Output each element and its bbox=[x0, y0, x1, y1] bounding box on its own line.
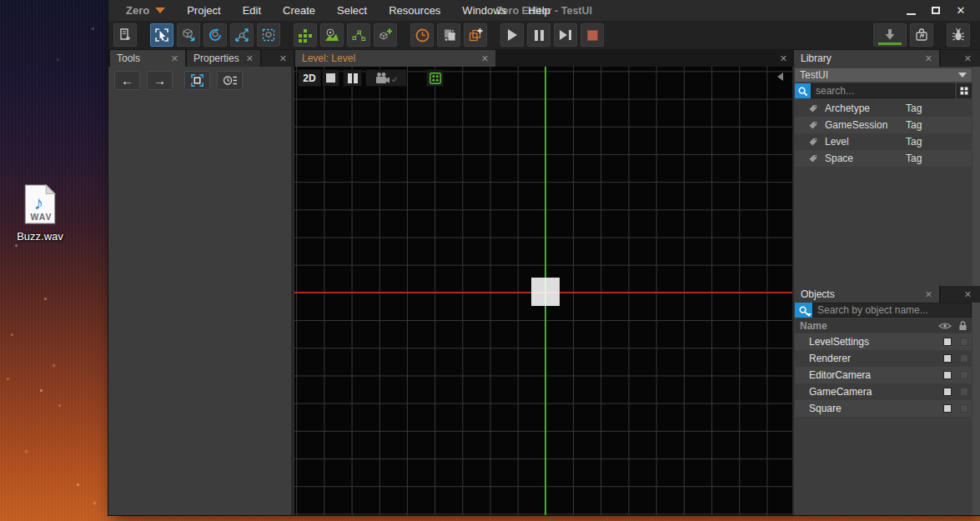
objects-name-header[interactable]: Name bbox=[795, 318, 972, 333]
library-project-select[interactable]: TestUI bbox=[795, 68, 972, 82]
background-color-button[interactable] bbox=[322, 69, 339, 87]
rotate-tool-button[interactable] bbox=[204, 23, 227, 47]
commands-button[interactable] bbox=[113, 23, 137, 47]
library-view-mode-button[interactable] bbox=[957, 83, 972, 98]
menu-windows[interactable]: Windows bbox=[451, 4, 517, 17]
view-mode-2d-button[interactable]: 2D bbox=[298, 69, 321, 87]
tab-level[interactable]: Level: Level ✕ bbox=[295, 50, 495, 67]
lock-checkbox[interactable] bbox=[960, 388, 968, 396]
tab-empty-close-icon[interactable]: ✕ bbox=[279, 53, 287, 64]
play-button[interactable] bbox=[500, 23, 524, 47]
camera-options-button[interactable] bbox=[365, 69, 407, 87]
tab-tools-close-icon[interactable]: ✕ bbox=[171, 53, 178, 64]
add-window-icon bbox=[468, 28, 483, 43]
tile-editor-button[interactable] bbox=[294, 23, 317, 47]
heightmap-button[interactable] bbox=[320, 23, 344, 47]
stop-button[interactable] bbox=[580, 23, 604, 47]
recent-history-button[interactable] bbox=[217, 71, 243, 90]
visibility-checkbox[interactable] bbox=[943, 388, 952, 396]
object-row-renderer[interactable]: Renderer bbox=[795, 350, 972, 367]
objects-tab-spare[interactable]: ✕ bbox=[941, 286, 980, 303]
object-row-square[interactable]: Square bbox=[795, 400, 972, 417]
spline-icon bbox=[351, 28, 366, 43]
tag-icon bbox=[808, 153, 818, 163]
library-row-space[interactable]: Space Tag bbox=[795, 150, 972, 167]
focus-selection-button[interactable] bbox=[184, 71, 210, 90]
tab-area-close-icon[interactable]: ✕ bbox=[780, 50, 787, 67]
lock-checkbox[interactable] bbox=[960, 338, 968, 346]
tab-tools[interactable]: Tools ✕ bbox=[110, 50, 185, 67]
grid-snap-button[interactable] bbox=[426, 69, 444, 87]
tab-level-close-icon[interactable]: ✕ bbox=[481, 53, 489, 64]
market-button[interactable] bbox=[910, 23, 933, 47]
download-updates-button[interactable] bbox=[873, 23, 907, 47]
tab-properties-close-icon[interactable]: ✕ bbox=[246, 53, 254, 64]
minimize-button[interactable] bbox=[902, 3, 920, 19]
step-button[interactable] bbox=[554, 23, 577, 47]
menu-edit[interactable]: Edit bbox=[232, 4, 272, 17]
scale-tool-button[interactable] bbox=[230, 23, 254, 47]
report-bug-button[interactable] bbox=[947, 23, 970, 47]
broadcast-button[interactable] bbox=[437, 23, 460, 47]
tab-empty[interactable]: ✕ bbox=[262, 50, 294, 67]
split-view-button[interactable] bbox=[343, 69, 362, 87]
tab-objects[interactable]: Objects ✕ bbox=[794, 286, 939, 303]
menu-select[interactable]: Select bbox=[326, 4, 378, 17]
library-search-button[interactable] bbox=[795, 83, 811, 98]
tools-panel: ← → bbox=[108, 67, 293, 515]
object-row-gamecamera[interactable]: GameCamera bbox=[795, 383, 972, 400]
transform-tool-button[interactable] bbox=[257, 23, 280, 47]
visibility-checkbox[interactable] bbox=[943, 354, 952, 363]
object-row-editorcamera[interactable]: EditorCamera bbox=[795, 367, 972, 383]
back-button[interactable]: ← bbox=[114, 71, 140, 90]
tab-library[interactable]: Library ✕ bbox=[794, 50, 939, 67]
viewport-collapse-icon[interactable] bbox=[777, 73, 783, 81]
library-search-input[interactable] bbox=[811, 83, 955, 98]
translate-tool-button[interactable] bbox=[177, 23, 200, 47]
menu-project[interactable]: Project bbox=[176, 4, 231, 17]
pause-button[interactable] bbox=[527, 23, 550, 47]
market-bag-icon bbox=[914, 28, 929, 43]
tab-objects-close-icon[interactable]: ✕ bbox=[925, 289, 932, 300]
lock-checkbox[interactable] bbox=[960, 404, 968, 413]
lock-icon bbox=[958, 320, 967, 332]
visibility-checkbox[interactable] bbox=[943, 404, 952, 413]
chevron-down-icon bbox=[807, 313, 812, 317]
forward-button[interactable]: → bbox=[147, 71, 173, 90]
translate-icon bbox=[181, 28, 196, 43]
desktop-file-buzz-wav[interactable]: ♪ WAV Buzz.wav bbox=[13, 183, 67, 243]
spline-tool-button[interactable] bbox=[347, 23, 370, 47]
menu-zero[interactable]: Zero bbox=[115, 4, 176, 17]
tools-panel-toolbar: ← → bbox=[108, 67, 291, 90]
lock-checkbox[interactable] bbox=[960, 354, 968, 363]
maximize-button[interactable] bbox=[927, 3, 945, 19]
library-spare-close-icon[interactable]: ✕ bbox=[964, 53, 972, 64]
objects-spare-close-icon[interactable]: ✕ bbox=[964, 289, 972, 300]
add-object-button[interactable] bbox=[374, 23, 397, 47]
add-window-button[interactable] bbox=[464, 23, 487, 47]
download-arrow-icon bbox=[882, 28, 897, 42]
select-cursor-icon bbox=[154, 28, 169, 43]
tab-properties[interactable]: Properties ✕ bbox=[187, 50, 260, 67]
menu-help[interactable]: Help bbox=[517, 4, 561, 17]
level-viewport[interactable]: 2D bbox=[294, 67, 792, 515]
tab-library-close-icon[interactable]: ✕ bbox=[925, 53, 932, 64]
menu-resources[interactable]: Resources bbox=[378, 4, 451, 17]
library-row-level[interactable]: Level Tag bbox=[795, 133, 972, 150]
visibility-checkbox[interactable] bbox=[943, 338, 952, 346]
download-progress-bar bbox=[878, 43, 902, 45]
visibility-checkbox[interactable] bbox=[943, 371, 952, 379]
lock-checkbox[interactable] bbox=[960, 371, 968, 379]
objects-search-button[interactable] bbox=[795, 303, 812, 318]
menu-create[interactable]: Create bbox=[272, 4, 326, 17]
square-object[interactable] bbox=[531, 278, 560, 306]
library-row-archetype[interactable]: Archetype Tag bbox=[795, 100, 972, 117]
select-tool-button[interactable] bbox=[150, 23, 173, 47]
objects-search-input[interactable] bbox=[812, 303, 972, 318]
object-row-levelsettings[interactable]: LevelSettings bbox=[795, 333, 972, 350]
library-tab-spare[interactable]: ✕ bbox=[941, 50, 980, 67]
time-button[interactable] bbox=[410, 23, 434, 47]
close-button[interactable]: ✕ bbox=[952, 3, 970, 19]
library-row-gamesession[interactable]: GameSession Tag bbox=[795, 117, 972, 133]
titlebar[interactable]: Zero Editor - TestUI Zero Project Edit C… bbox=[108, 0, 980, 21]
